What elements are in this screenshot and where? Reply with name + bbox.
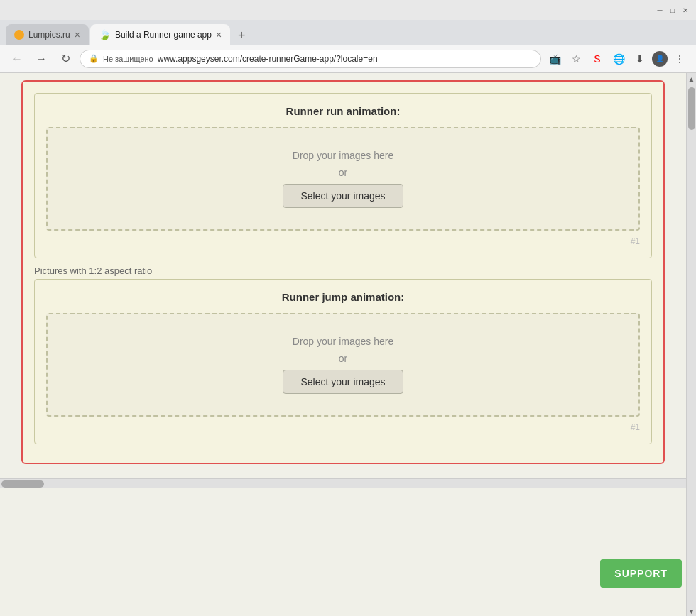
reload-button[interactable]: ↻ (55, 49, 75, 69)
right-scrollbar[interactable]: ▲ ▼ (686, 73, 696, 616)
tab-favicon-runner: 🍃 (99, 29, 111, 40)
runner-jump-select-button[interactable]: Select your images (283, 370, 403, 394)
aspect-ratio-note: Pictures with 1:2 aspect ratio (34, 265, 652, 276)
window-controls[interactable]: ─ □ ✕ (655, 5, 690, 15)
runner-run-or-text: or (339, 167, 347, 178)
runner-run-section: Runner run animation: Drop your images h… (34, 93, 652, 258)
tab-runner[interactable]: 🍃 Build a Runner game app × (90, 24, 230, 45)
lock-icon: 🔒 (89, 54, 99, 63)
new-tab-button[interactable]: + (232, 26, 251, 45)
runner-jump-section: Runner jump animation: Drop your images … (34, 279, 652, 444)
address-text: www.appsgeyser.com/create-runnerGame-app… (158, 54, 378, 64)
nav-actions: 📺 ☆ S 🌐 ⬇ 👤 ⋮ (545, 50, 689, 68)
page-content: Runner run animation: Drop your images h… (0, 73, 686, 616)
sync-button[interactable]: 🌐 (609, 50, 628, 68)
tab-close-runner[interactable]: × (216, 30, 222, 40)
tab-label-lumpics: Lumpics.ru (28, 30, 70, 40)
tab-lumpics[interactable]: Lumpics.ru × (6, 24, 89, 45)
back-button[interactable]: ← (7, 49, 27, 69)
scroll-down-arrow[interactable]: ▼ (687, 605, 697, 616)
page-area: Runner run animation: Drop your images h… (0, 73, 696, 616)
not-secure-label: Не защищено (103, 55, 153, 63)
vertical-scroll-thumb[interactable] (688, 87, 695, 130)
tab-close-lumpics[interactable]: × (75, 30, 80, 40)
bookmark-button[interactable]: ☆ (567, 50, 585, 68)
maximize-button[interactable]: □ (668, 5, 678, 15)
minimize-button[interactable]: ─ (655, 5, 665, 15)
extensions-button[interactable]: S (588, 50, 607, 68)
bottom-scrollbar[interactable] (0, 478, 686, 488)
close-button[interactable]: ✕ (680, 5, 690, 15)
runner-run-drop-text: Drop your images here (293, 150, 393, 161)
runner-jump-dropzone[interactable]: Drop your images here or Select your ima… (46, 313, 640, 417)
runner-jump-or-text: or (339, 353, 347, 364)
tab-bar: Lumpics.ru × 🍃 Build a Runner game app ×… (0, 20, 696, 45)
scroll-content: Runner run animation: Drop your images h… (0, 73, 686, 478)
menu-button[interactable]: ⋮ (670, 50, 689, 68)
cast-button[interactable]: 📺 (545, 50, 564, 68)
horizontal-scroll-thumb[interactable] (1, 480, 44, 488)
tab-favicon-lumpics (14, 30, 24, 40)
scroll-up-arrow[interactable]: ▲ (687, 73, 697, 84)
runner-run-hash-label: #1 (46, 236, 640, 246)
runner-jump-title: Runner jump animation: (46, 291, 640, 303)
runner-jump-hash-label: #1 (46, 422, 640, 432)
main-card: Runner run animation: Drop your images h… (21, 80, 665, 464)
tab-label-runner: Build a Runner game app (115, 30, 212, 40)
title-bar: ─ □ ✕ (0, 0, 696, 20)
forward-button[interactable]: → (31, 49, 51, 69)
runner-jump-drop-text: Drop your images here (293, 336, 393, 347)
support-button[interactable]: SUPPORT (600, 559, 682, 588)
download-button[interactable]: ⬇ (631, 50, 649, 68)
runner-run-dropzone[interactable]: Drop your images here or Select your ima… (46, 127, 640, 231)
profile-avatar[interactable]: 👤 (652, 51, 668, 67)
runner-run-select-button[interactable]: Select your images (283, 184, 403, 208)
runner-run-title: Runner run animation: (46, 105, 640, 117)
address-bar[interactable]: 🔒 Не защищено www.appsgeyser.com/create-… (80, 50, 541, 68)
nav-bar: ← → ↻ 🔒 Не защищено www.appsgeyser.com/c… (0, 45, 696, 72)
